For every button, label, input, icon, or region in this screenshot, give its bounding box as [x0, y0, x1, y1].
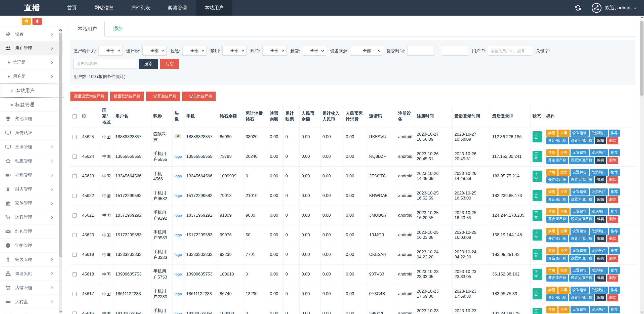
- avatar-logo-link[interactable]: logo: [175, 213, 182, 217]
- avatar-logo-link[interactable]: logo: [175, 194, 182, 198]
- action-开启僵尸粉-button[interactable]: 开启僵尸粉: [546, 137, 568, 144]
- user-menu[interactable]: 欢迎, admin ▼: [605, 5, 636, 11]
- action-删除-button[interactable]: 删除: [607, 255, 618, 262]
- sidebar-item-视频管理[interactable]: 视频管理: [0, 168, 63, 182]
- scroll-up-icon[interactable]: [640, 17, 643, 19]
- action-取消热门-button[interactable]: 取消热门: [590, 208, 608, 215]
- action-设置超管-button[interactable]: 设置超管: [571, 130, 589, 137]
- action-禁用-button[interactable]: 禁用: [546, 306, 557, 313]
- action-开启僵尸粉-button[interactable]: 开启僵尸粉: [546, 157, 568, 164]
- action-开启僵尸粉-button[interactable]: 开启僵尸粉: [546, 196, 568, 203]
- sidebar-item-用户管理[interactable]: 用户管理: [0, 41, 63, 55]
- action-取消热门-button[interactable]: 取消热门: [590, 130, 608, 137]
- action-设置超管-button[interactable]: 设置超管: [571, 228, 589, 235]
- action-设置超管-button[interactable]: 设置超管: [571, 208, 589, 215]
- sidebar-item-奖池管理[interactable]: 奖池管理: [0, 112, 63, 126]
- action-编辑-button[interactable]: 编辑: [595, 137, 606, 144]
- time-to-input[interactable]: [441, 46, 468, 56]
- action-推荐-button[interactable]: 推荐: [609, 267, 620, 274]
- avatar-logo-link[interactable]: logo: [175, 311, 182, 314]
- row-checkbox[interactable]: [72, 135, 77, 139]
- sidebar-item-财务管理[interactable]: 财务管理: [0, 182, 63, 196]
- action-开启僵尸粉-button[interactable]: 开启僵尸粉: [546, 255, 568, 262]
- action-拉黑-button[interactable]: 拉黑: [558, 149, 570, 156]
- sidebar-item-直播管理[interactable]: 直播管理: [0, 140, 63, 154]
- action-设置为僵尸粉-button[interactable]: 设置为僵尸粉: [569, 294, 594, 301]
- action-取消热门-button[interactable]: 取消热门: [590, 306, 608, 313]
- row-checkbox[interactable]: [72, 154, 77, 159]
- action-删除-button[interactable]: 删除: [607, 294, 618, 301]
- page-scrollbar-thumb[interactable]: [640, 21, 643, 96]
- batch-button-2[interactable]: 批量取消僵尸粉: [110, 92, 144, 101]
- batch-button-3[interactable]: 一键开启僵尸粉: [146, 92, 180, 101]
- action-编辑-button[interactable]: 编辑: [595, 274, 606, 282]
- sidebar-scrollbar[interactable]: [59, 29, 62, 313]
- action-禁用-button[interactable]: 禁用: [546, 149, 557, 156]
- action-设置为僵尸粉-button[interactable]: 设置为僵尸粉: [569, 196, 594, 203]
- row-checkbox[interactable]: [72, 311, 77, 314]
- blacklist-select[interactable]: 全部: [182, 46, 207, 56]
- action-开启僵尸粉-button[interactable]: 开启僵尸粉: [546, 235, 568, 242]
- action-推荐-button[interactable]: 推荐: [609, 149, 620, 156]
- row-checkbox[interactable]: [72, 233, 77, 237]
- nav-tab-1[interactable]: 首页: [58, 0, 86, 16]
- action-删除-button[interactable]: 删除: [607, 216, 618, 223]
- action-删除-button[interactable]: 删除: [607, 176, 618, 183]
- action-设置超管-button[interactable]: 设置超管: [571, 188, 589, 195]
- action-编辑-button[interactable]: 编辑: [595, 176, 606, 183]
- refresh-icon[interactable]: [575, 5, 581, 11]
- row-checkbox[interactable]: [72, 272, 77, 277]
- action-取消热门-button[interactable]: 取消热门: [590, 228, 608, 235]
- row-checkbox[interactable]: [72, 194, 77, 198]
- user-id-input[interactable]: [488, 46, 532, 56]
- sidebar-item-守护管理[interactable]: 守护管理: [0, 239, 63, 253]
- action-拉黑-button[interactable]: 拉黑: [558, 188, 570, 195]
- sidebar-item-设置[interactable]: 设置: [0, 27, 63, 41]
- nav-tab-2[interactable]: 网站信息: [86, 0, 122, 16]
- trash-button[interactable]: [32, 18, 42, 25]
- action-取消热门-button[interactable]: 取消热门: [590, 188, 608, 195]
- action-拉黑-button[interactable]: 拉黑: [558, 287, 570, 294]
- hot-select[interactable]: 全部: [262, 46, 287, 56]
- sidebar-item-用户组[interactable]: ▶用户组: [0, 69, 63, 84]
- action-设置为僵尸粉-button[interactable]: 设置为僵尸粉: [569, 235, 594, 242]
- home-button[interactable]: [22, 18, 31, 25]
- zombie-select[interactable]: 全部: [142, 46, 167, 56]
- action-拉黑-button[interactable]: 拉黑: [558, 169, 570, 176]
- action-设置为僵尸粉-button[interactable]: 设置为僵尸粉: [569, 157, 594, 164]
- action-设置超管-button[interactable]: 设置超管: [571, 149, 589, 156]
- action-删除-button[interactable]: 删除: [607, 137, 618, 144]
- action-禁用-button[interactable]: 禁用: [546, 228, 557, 235]
- zombie-switch-select[interactable]: 全部: [98, 46, 123, 56]
- super-admin-select[interactable]: 全部: [302, 46, 326, 56]
- action-禁用-button[interactable]: 禁用: [546, 169, 557, 176]
- sidebar-item-店铺管理[interactable]: 店铺管理: [0, 281, 63, 295]
- action-推荐-button[interactable]: 推荐: [609, 228, 620, 235]
- nav-tab-3[interactable]: 插件列表: [122, 0, 159, 16]
- search-button[interactable]: 搜索: [139, 59, 158, 69]
- row-checkbox[interactable]: [72, 213, 77, 218]
- action-设置为僵尸粉-button[interactable]: 设置为僵尸粉: [569, 176, 594, 183]
- device-source-select[interactable]: 全部: [351, 46, 383, 56]
- action-编辑-button[interactable]: 编辑: [595, 196, 606, 203]
- action-开启僵尸粉-button[interactable]: 开启僵尸粉: [546, 176, 568, 183]
- sidebar-item-身份认证[interactable]: 身份认证: [0, 126, 63, 140]
- action-删除-button[interactable]: 删除: [607, 196, 618, 203]
- clear-button[interactable]: 清空: [160, 59, 179, 69]
- scroll-down-icon[interactable]: [640, 310, 643, 313]
- action-删除-button[interactable]: 删除: [607, 274, 618, 282]
- sidebar-item-红包管理[interactable]: 红包管理: [0, 224, 63, 239]
- action-设置超管-button[interactable]: 设置超管: [571, 306, 589, 313]
- action-编辑-button[interactable]: 编辑: [595, 255, 606, 262]
- action-禁用-button[interactable]: 禁用: [546, 247, 557, 254]
- nav-tab-4[interactable]: 奖池管理: [159, 0, 196, 16]
- action-编辑-button[interactable]: 编辑: [595, 235, 606, 242]
- action-禁用-button[interactable]: 禁用: [546, 188, 557, 195]
- action-设置为僵尸粉-button[interactable]: 设置为僵尸粉: [569, 216, 594, 223]
- sidebar-item-标签管理[interactable]: »标签管理: [0, 98, 63, 112]
- sidebar-item-大转盘[interactable]: 大转盘: [0, 295, 63, 309]
- scroll-down-icon[interactable]: [59, 309, 62, 312]
- action-开启僵尸粉-button[interactable]: 开启僵尸粉: [546, 294, 568, 301]
- action-设置超管-button[interactable]: 设置超管: [571, 247, 589, 254]
- batch-button-4[interactable]: 一键关闭僵尸粉: [182, 92, 216, 101]
